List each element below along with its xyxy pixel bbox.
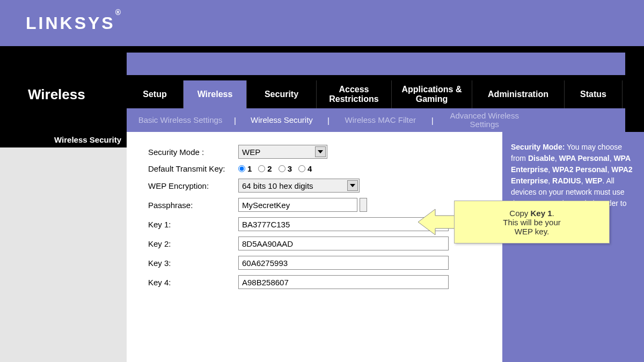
row-key2: Key 2: bbox=[148, 237, 481, 250]
wep-encryption-select[interactable]: 64 bits 10 hex digits bbox=[238, 179, 360, 193]
main-tabs: Setup Wireless Security Access Restricti… bbox=[127, 80, 644, 108]
row-key4: Key 4: bbox=[148, 275, 481, 289]
subtab-mac-filter[interactable]: Wireless MAC Filter bbox=[330, 116, 431, 125]
passphrase-label: Passphrase: bbox=[148, 201, 238, 210]
default-tx-label: Default Transmit Key: bbox=[148, 164, 238, 173]
tx-key-4[interactable]: 4 bbox=[298, 164, 312, 173]
tab-security[interactable]: Security bbox=[247, 80, 317, 108]
main-panel: Security Mode : WEP Default Transmit Key… bbox=[127, 132, 502, 362]
callout-line1: Copy Key 1. bbox=[509, 209, 554, 218]
tab-setup[interactable]: Setup bbox=[127, 80, 184, 108]
key2-label: Key 2: bbox=[148, 239, 238, 248]
tab-status[interactable]: Status bbox=[565, 80, 623, 108]
decorative-strip bbox=[127, 53, 625, 75]
tx-key-radio-group: 1 2 3 4 bbox=[238, 164, 312, 173]
section-title: Wireless bbox=[28, 86, 85, 103]
tx-key-3[interactable]: 3 bbox=[279, 164, 292, 173]
tx-key-1[interactable]: 1 bbox=[238, 164, 252, 173]
row-default-tx-key: Default Transmit Key: 1 2 3 4 bbox=[148, 164, 481, 173]
security-mode-select[interactable]: WEP bbox=[238, 145, 327, 159]
key3-input[interactable] bbox=[238, 256, 449, 270]
tab-access-restrictions[interactable]: Access Restrictions bbox=[317, 80, 392, 108]
key3-label: Key 3: bbox=[148, 258, 238, 268]
row-key3: Key 3: bbox=[148, 256, 481, 270]
svg-marker-2 bbox=[418, 209, 456, 235]
key1-input[interactable] bbox=[238, 217, 449, 231]
security-mode-value: WEP bbox=[242, 147, 260, 157]
key4-label: Key 4: bbox=[148, 278, 238, 287]
chevron-down-icon bbox=[315, 146, 326, 157]
tx-radio-4[interactable] bbox=[298, 165, 305, 172]
arrow-left-icon bbox=[418, 207, 456, 237]
nav-area: Wireless Setup Wireless Security Access … bbox=[0, 46, 644, 132]
wep-enc-value: 64 bits 10 hex digits bbox=[242, 181, 313, 190]
page-heading: Wireless Security bbox=[0, 132, 127, 147]
help-panel: Security Mode: You may choose from Disab… bbox=[502, 132, 644, 362]
callout-line3: WEP key. bbox=[515, 227, 549, 236]
key2-input[interactable] bbox=[238, 237, 449, 250]
brand-logo: LINKSYS® bbox=[26, 13, 123, 33]
subtab-wireless-security[interactable]: Wireless Security bbox=[236, 116, 327, 125]
svg-marker-0 bbox=[318, 150, 323, 153]
tx-radio-1[interactable] bbox=[238, 165, 245, 172]
subtab-basic-wireless[interactable]: Basic Wireless Settings bbox=[127, 116, 234, 125]
tab-wireless[interactable]: Wireless bbox=[184, 80, 247, 108]
chevron-down-icon bbox=[347, 180, 358, 191]
wep-enc-label: WEP Encryption: bbox=[148, 181, 238, 190]
tab-administration[interactable]: Administration bbox=[472, 80, 565, 108]
row-wep-encryption: WEP Encryption: 64 bits 10 hex digits bbox=[148, 179, 481, 193]
key4-input[interactable] bbox=[238, 275, 449, 289]
row-security-mode: Security Mode : WEP bbox=[148, 145, 481, 159]
passphrase-input[interactable] bbox=[238, 198, 357, 212]
generate-button[interactable] bbox=[360, 198, 367, 212]
tx-key-2[interactable]: 2 bbox=[258, 164, 272, 173]
tab-applications-gaming[interactable]: Applications & Gaming bbox=[392, 80, 472, 108]
svg-marker-1 bbox=[350, 184, 355, 187]
subtab-advanced-wireless[interactable]: Advanced Wireless Settings bbox=[434, 112, 536, 129]
header: LINKSYS® bbox=[0, 0, 644, 46]
key1-label: Key 1: bbox=[148, 220, 238, 229]
registered-icon: ® bbox=[115, 8, 123, 17]
left-sidebar: Wireless Security bbox=[0, 132, 127, 362]
callout-line2: This will be your bbox=[503, 218, 561, 227]
tx-radio-2[interactable] bbox=[258, 165, 265, 172]
sub-tabs: Basic Wireless Settings | Wireless Secur… bbox=[127, 108, 625, 132]
tx-radio-3[interactable] bbox=[279, 165, 286, 172]
security-mode-label: Security Mode : bbox=[148, 147, 238, 157]
content-row: Wireless Security Security Mode : WEP De… bbox=[0, 132, 644, 362]
callout-tooltip: Copy Key 1. This will be your WEP key. bbox=[454, 201, 610, 243]
